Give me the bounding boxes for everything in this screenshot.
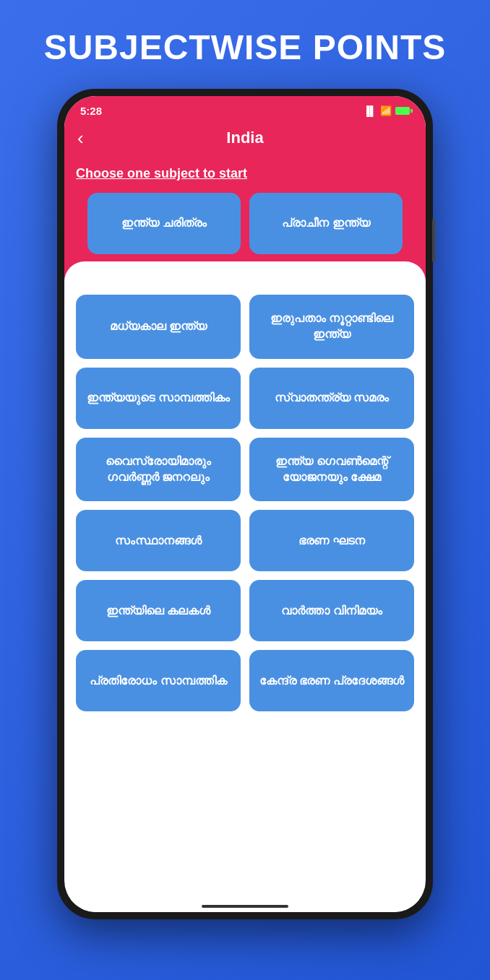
subject-card-3[interactable]: മധ്യകാല ഇന്ത്യ [76, 295, 241, 359]
app-header: ‹ India [64, 121, 426, 162]
home-indicator [64, 899, 426, 912]
status-icons: ▐▌ 📶 [364, 105, 410, 116]
subject-card-5[interactable]: ഇന്ത്യയുടെ സാമ്പത്തികം [76, 368, 241, 429]
pink-section: Choose one subject to start ഇന്ത്യ ചരിത്… [64, 162, 426, 261]
subject-card-2[interactable]: പ്രാചീന ഇന്ത്യ [249, 193, 403, 254]
side-button [432, 219, 435, 262]
choose-subject-label: Choose one subject to start [76, 162, 414, 181]
back-button[interactable]: ‹ [77, 129, 84, 147]
subject-card-14[interactable]: കേന്ദ്ര ഭരണ പ്രദേശങ്ങൾ [249, 650, 414, 711]
subject-card-11[interactable]: ഇന്ത്യിലെ കലകൾ [76, 580, 241, 641]
header-title: India [226, 129, 263, 147]
status-time: 5:28 [80, 105, 102, 117]
subject-card-7[interactable]: വൈസ്രോയിമാരും ഗവർണ്ണർ ജനറലും [76, 438, 241, 502]
phone-screen: 5:28 ▐▌ 📶 ‹ India Choose one subject to … [64, 96, 426, 912]
signal-icon: ▐▌ [364, 105, 377, 116]
subject-card-9[interactable]: സംസ്ഥാനങ്ങൾ [76, 510, 241, 571]
subject-card-6[interactable]: സ്വാതന്ത്ര്യ സമരം [249, 368, 414, 429]
subject-card-8[interactable]: ഇന്ത്യ ഗെവൺമെന്റ് യോജനയും ക്ഷേമ [249, 438, 414, 502]
subject-card-4[interactable]: ഇരുപതാം നൂറ്റാണ്ടിലെ ഇന്ത്യ [249, 295, 414, 359]
subject-card-10[interactable]: ഭരണ ഘടന [249, 510, 414, 571]
battery-icon [395, 107, 410, 115]
white-section: മധ്യകാല ഇന്ത്യ ഇരുപതാം നൂറ്റാണ്ടിലെ ഇന്ത… [64, 283, 426, 724]
wifi-icon: 📶 [380, 105, 392, 116]
status-bar: 5:28 ▐▌ 📶 [64, 96, 426, 121]
top-cards-row: ഇന്ത്യ ചരിത്രം പ്രാചീന ഇന്ത്യ [76, 193, 414, 254]
home-bar [202, 905, 288, 908]
subject-card-13[interactable]: പ്രതിരോധം സാമ്പത്തിക [76, 650, 241, 711]
scroll-area[interactable]: Choose one subject to start ഇന്ത്യ ചരിത്… [64, 162, 426, 899]
phone-frame: 5:28 ▐▌ 📶 ‹ India Choose one subject to … [57, 89, 433, 919]
subject-card-1[interactable]: ഇന്ത്യ ചരിത്രം [87, 193, 241, 254]
subjects-grid: മധ്യകാല ഇന്ത്യ ഇരുപതാം നൂറ്റാണ്ടിലെ ഇന്ത… [64, 283, 426, 724]
subject-card-12[interactable]: വാർത്താ വിനിമയം [249, 580, 414, 641]
page-title: SUBJECTWISE POINTS [30, 29, 461, 67]
